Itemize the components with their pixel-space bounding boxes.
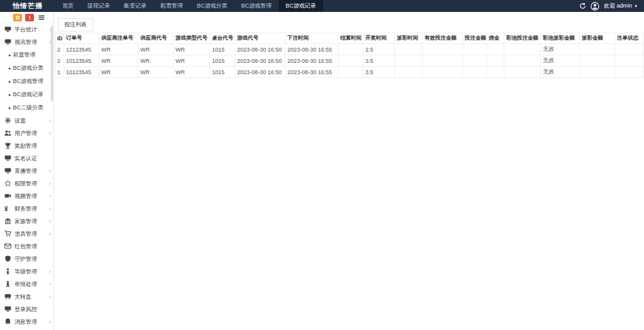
sidebar-item-直播管理[interactable]: 直播管理› <box>0 165 53 177</box>
table-cell: 无效 <box>541 44 580 55</box>
sidebar-item-视频管理[interactable]: 视频管理› <box>0 190 53 202</box>
sidebar-item-视讯管理[interactable]: 视讯管理› <box>0 36 53 48</box>
monitor-icon <box>4 167 11 174</box>
shortcut-red-button[interactable] <box>25 14 34 21</box>
table-cell <box>580 55 615 67</box>
table-cell: 1015 <box>210 67 235 78</box>
sidebar-item-label: 财务管理 <box>14 205 37 213</box>
table-cell <box>615 55 644 67</box>
sidebar-item-大转盘[interactable]: 大转盘› <box>0 290 53 303</box>
avatar[interactable] <box>591 2 599 11</box>
column-header: 彩池投注金额 <box>504 33 541 44</box>
topnav-item[interactable]: BC游戏分类 <box>190 0 235 12</box>
column-header: 供应商代号 <box>138 33 174 44</box>
sidebar-item-权限管理[interactable]: 权限管理› <box>0 177 53 190</box>
user-menu[interactable]: 欢迎 admin ▼ <box>604 2 638 10</box>
hamburger-icon <box>38 14 45 21</box>
table-row[interactable]: 212123545WRWRWR10152023-08-30 16:502023-… <box>55 44 644 55</box>
table-cell <box>487 44 504 55</box>
sidebar-subitem-BC游戏管理[interactable]: ▸BC游戏管理 <box>0 75 53 88</box>
chevron-right-icon: › <box>49 294 51 300</box>
table-cell: 2023-08-30 16:55 <box>286 55 338 67</box>
sidebar-scrollbar[interactable] <box>51 26 53 101</box>
sidebar-item-登录风控[interactable]: 登录风控 <box>0 303 53 316</box>
avatar-icon <box>591 2 599 11</box>
sidebar-subitem-前置管理[interactable]: ▸前置管理 <box>0 48 53 62</box>
table-row[interactable]: 210123545WRWRWR10152023-08-30 16:502023-… <box>55 55 644 67</box>
sidebar-item-财务管理[interactable]: ¥财务管理› <box>0 202 53 215</box>
topnav-item[interactable]: 账变记录 <box>117 0 153 12</box>
chevron-right-icon: › <box>49 231 51 237</box>
sidebar-item-奖励管理[interactable]: 奖励管理 <box>0 140 53 152</box>
chevron-down-icon: ▼ <box>634 4 638 8</box>
column-header: 彩池派彩金额 <box>541 33 580 44</box>
sidebar-item-守护管理[interactable]: 守护管理 <box>0 253 53 265</box>
sidebar-item-设置[interactable]: 设置› <box>0 114 53 127</box>
chevron-right-icon: › <box>49 281 51 287</box>
table-cell <box>395 55 423 67</box>
app-logo: 怡情芒播 <box>0 1 55 11</box>
table-cell: WR <box>138 67 174 78</box>
column-header: 下注时间 <box>286 33 338 44</box>
sidebar-item-道具管理[interactable]: 道具管理› <box>0 228 53 240</box>
sidebar-item-家族管理[interactable]: 家族管理› <box>0 215 53 228</box>
sidebar-item-label: 大转盘 <box>14 293 31 301</box>
table-cell <box>615 44 644 55</box>
topnav-item[interactable]: 提现记录 <box>80 0 117 12</box>
topnav-item[interactable]: BC游戏记录 <box>279 0 323 12</box>
topnav-item[interactable]: 首页 <box>55 0 80 12</box>
sidebar-shortcuts <box>0 12 53 23</box>
yen-icon: ¥ <box>4 206 8 212</box>
table-cell: 2 <box>55 55 64 67</box>
chess-icon <box>4 280 11 287</box>
table-row[interactable]: 110123545WRWRWR10152023-08-30 16:502023-… <box>55 67 644 78</box>
sidebar-item-label: 用户管理 <box>14 129 37 138</box>
bus-icon <box>4 293 11 300</box>
sidebar-item-举报处理[interactable]: 举报处理› <box>0 278 53 290</box>
sidebar-item-红包管理[interactable]: 红包管理 <box>0 240 53 253</box>
table-cell: WR <box>99 67 138 78</box>
sidebar-item-label: 视频管理 <box>14 192 37 201</box>
topnav-item[interactable]: 彩票管理 <box>153 0 190 12</box>
table-cell: 12123545 <box>64 44 99 55</box>
column-header: ID <box>55 33 64 44</box>
sidebar-item-消息管理[interactable]: 消息管理› <box>0 316 53 328</box>
sidebar-item-用户管理[interactable]: 用户管理› <box>0 127 53 140</box>
sidebar-subitem-BC二级分类[interactable]: ▸BC二级分类 <box>0 101 53 114</box>
column-header: 游戏类型代号 <box>174 33 210 44</box>
tab-bet-list[interactable]: 投注列表 <box>58 18 93 31</box>
table-cell: WR <box>99 55 138 67</box>
topnav-right: 欢迎 admin ▼ <box>579 2 644 11</box>
topnav-items: 首页提现记录账变记录彩票管理BC游戏分类BC游戏管理BC游戏记录 <box>55 0 323 12</box>
column-header: 游戏代号 <box>235 33 286 44</box>
shortcut-orange-button[interactable] <box>13 14 22 21</box>
table-cell <box>338 55 364 67</box>
column-header: 供应商注单号 <box>99 33 138 44</box>
table-cell <box>504 55 541 67</box>
sidebar-item-平台统计[interactable]: 平台统计› <box>0 23 53 36</box>
table-cell: 2023-08-30 16:50 <box>235 44 286 55</box>
hamburger-icon[interactable] <box>38 14 45 21</box>
table-cell: WR <box>174 55 210 67</box>
triangle-bullet-icon: ▸ <box>9 79 11 84</box>
sidebar-subitem-BC游戏分类[interactable]: ▸BC游戏分类 <box>0 62 53 75</box>
table-cell: WR <box>99 44 138 55</box>
sidebar-item-等级管理[interactable]: 等级管理› <box>0 265 53 278</box>
sidebar-item-实名认证[interactable]: 实名认证 <box>0 152 53 165</box>
sidebar-subitem-BC游戏记录[interactable]: ▸BC游戏记录 <box>0 88 53 101</box>
sidebar-item-label: 守护管理 <box>14 255 37 263</box>
triangle-bullet-icon: ▸ <box>9 53 11 58</box>
table-cell: 1015 <box>210 55 235 67</box>
users-icon <box>4 129 11 136</box>
column-header: 佣金 <box>487 33 504 44</box>
trophy-icon <box>4 142 11 149</box>
column-header: 投注金额 <box>463 33 487 44</box>
chevron-right-icon: › <box>49 193 51 199</box>
column-header: 注单状态 <box>615 33 644 44</box>
table-cell: 1015 <box>210 44 235 55</box>
table-cell <box>395 67 423 78</box>
refresh-icon[interactable] <box>579 3 586 9</box>
table-cell <box>504 44 541 55</box>
monitor-icon <box>4 305 11 312</box>
topnav-item[interactable]: BC游戏管理 <box>235 0 279 12</box>
